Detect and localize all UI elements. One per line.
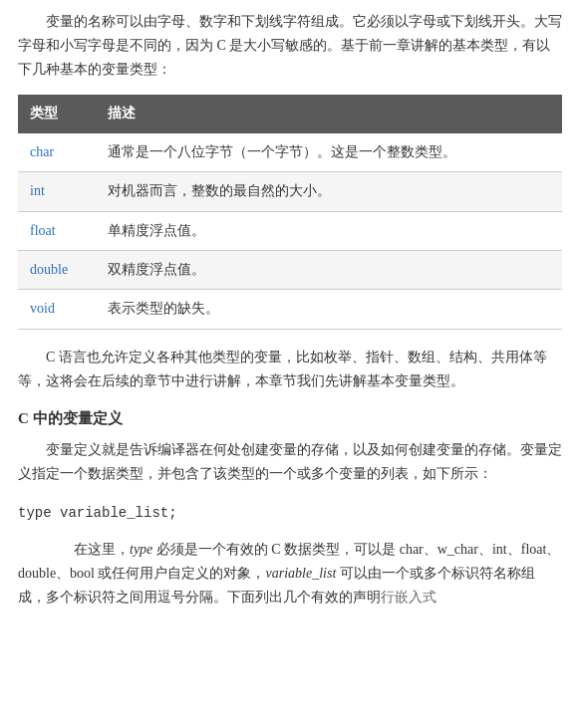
table-row: double 双精度浮点值。 — [18, 250, 562, 289]
col-header-desc: 描述 — [96, 95, 562, 132]
table-row: int 对机器而言，整数的最自然的大小。 — [18, 172, 562, 211]
bottom-description: 在这里，type 必须是一个有效的 C 数据类型，可以是 char、w_char… — [18, 538, 562, 608]
section-desc: 变量定义就是告诉编译器在何处创建变量的存储，以及如何创建变量的存储。变量定义指定… — [18, 438, 562, 486]
type-char: char — [18, 133, 96, 172]
col-header-type: 类型 — [18, 95, 96, 132]
table-row: char 通常是一个八位字节（一个字节）。这是一个整数类型。 — [18, 133, 562, 172]
table-body: char 通常是一个八位字节（一个字节）。这是一个整数类型。 int 对机器而言… — [18, 133, 562, 329]
desc-float: 单精度浮点值。 — [96, 211, 562, 250]
table-row: float 单精度浮点值。 — [18, 211, 562, 250]
type-double: double — [18, 250, 96, 289]
table-row: void 表示类型的缺失。 — [18, 290, 562, 329]
type-int: int — [18, 172, 96, 211]
desc-char: 通常是一个八位字节（一个字节）。这是一个整数类型。 — [96, 133, 562, 172]
type-keyword: type — [130, 542, 152, 557]
variable-types-table: 类型 描述 char 通常是一个八位字节（一个字节）。这是一个整数类型。 int… — [18, 95, 562, 329]
desc-int: 对机器而言，整数的最自然的大小。 — [96, 172, 562, 211]
type-void: void — [18, 290, 96, 329]
intro-paragraph: 变量的名称可以由字母、数字和下划线字符组成。它必须以字母或下划线开头。大写字母和… — [18, 10, 562, 81]
bottom-text-span: 在这里，type 必须是一个有效的 C 数据类型，可以是 char、w_char… — [18, 542, 560, 605]
table-header: 类型 描述 — [18, 95, 562, 132]
code-example: type variable_list; — [18, 500, 562, 526]
partial-text: 行嵌入式 — [381, 590, 436, 605]
type-float: float — [18, 211, 96, 250]
section-title: C 中的变量定义 — [18, 406, 562, 430]
note-paragraph: C 语言也允许定义各种其他类型的变量，比如枚举、指针、数组、结构、共用体等等，这… — [18, 346, 562, 393]
desc-void: 表示类型的缺失。 — [96, 290, 562, 329]
variable-list-keyword: variable_list — [266, 566, 337, 581]
desc-double: 双精度浮点值。 — [96, 250, 562, 289]
